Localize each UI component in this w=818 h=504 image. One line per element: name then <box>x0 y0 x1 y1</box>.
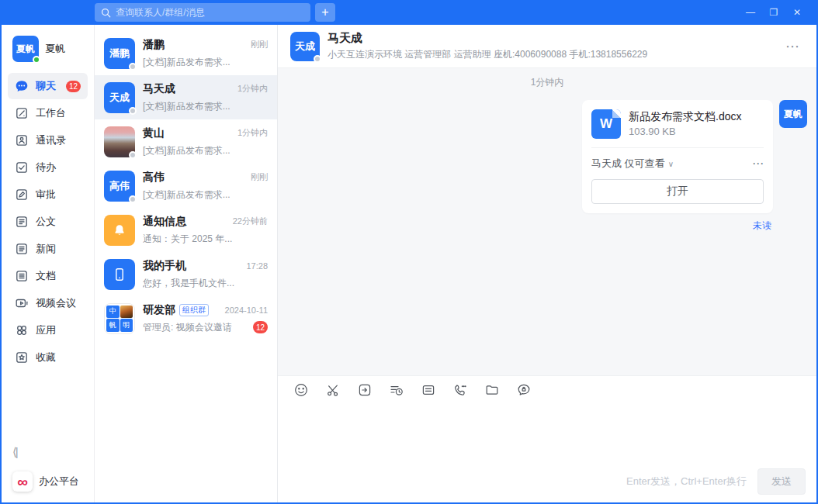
open-file-button[interactable]: 打开 <box>591 179 764 204</box>
offline-status-dot <box>314 55 321 63</box>
file-size: 103.90 KB <box>629 126 741 137</box>
composer: Enter发送，Ctrl+Enter换行 发送 <box>278 375 816 502</box>
more-options-icon[interactable]: ⋯ <box>781 38 804 55</box>
titlebar: + — ❐ ✕ <box>2 0 816 25</box>
offline-status-dot <box>129 63 137 71</box>
platform-logo-icon: ∞ <box>12 471 33 492</box>
sender-avatar[interactable]: 夏帆 <box>779 100 807 128</box>
chat-icon <box>15 79 29 93</box>
send-button[interactable]: 发送 <box>757 468 806 495</box>
sidebar-item-docs[interactable]: 文档 <box>8 263 88 289</box>
phone-icon <box>104 259 135 290</box>
sidebar-item-official-doc[interactable]: 公文 <box>8 209 88 235</box>
close-icon[interactable]: ✕ <box>785 0 809 25</box>
org-group-tag: 组织群 <box>179 304 209 316</box>
news-icon <box>15 242 29 256</box>
sidebar-item-favorites[interactable]: 收藏 <box>8 344 88 371</box>
message-row: W 新品发布需求文档.docx 103.90 KB 马天成 仅可查看 <box>278 100 816 233</box>
chat-history-icon[interactable] <box>389 382 404 398</box>
send-file-icon[interactable] <box>357 382 373 398</box>
current-user[interactable]: 夏帆 夏帆 <box>2 36 94 62</box>
conversation-list: 潘鹏 潘鹏 刚刚 [文档]新品发布需求... 天成 马天成 1分钟内 <box>95 25 278 502</box>
read-status[interactable]: 未读 <box>753 219 773 233</box>
sidebar-item-contacts[interactable]: 通讯录 <box>8 127 88 154</box>
online-status-dot <box>33 56 40 64</box>
sidebar-item-apps[interactable]: 应用 <box>8 317 88 343</box>
composer-toolbar <box>278 376 816 404</box>
emoji-icon[interactable] <box>293 382 309 398</box>
search-icon <box>101 8 111 18</box>
word-file-icon: W <box>591 109 621 139</box>
favorites-icon <box>15 350 29 364</box>
chevron-down-icon[interactable]: ∨ <box>668 160 674 168</box>
app-window: + — ❐ ✕ 夏帆 夏帆 聊天 <box>0 0 818 504</box>
message-area: 1分钟内 W 新品发布需求文档.docx 103.90 <box>278 68 816 375</box>
notification-bell-icon <box>104 215 135 246</box>
sidebar: 夏帆 夏帆 聊天 12 工作台 <box>2 25 95 502</box>
sidebar-item-todo[interactable]: 待办 <box>8 154 88 181</box>
message-card-icon[interactable] <box>421 382 436 398</box>
file-message-card[interactable]: W 新品发布需求文档.docx 103.90 KB 马天成 仅可查看 <box>582 100 773 213</box>
apps-icon <box>15 323 29 337</box>
add-button[interactable]: + <box>315 3 335 22</box>
avatar: 天成 <box>104 82 135 113</box>
avatar: 潘鹏 <box>104 38 135 69</box>
peer-avatar[interactable]: 天成 <box>290 32 320 61</box>
send-shortcut-hint: Enter发送，Ctrl+Enter换行 <box>626 475 747 488</box>
voice-call-icon[interactable] <box>452 382 468 398</box>
screenshot-icon[interactable] <box>325 382 341 398</box>
maximize-icon[interactable]: ❐ <box>762 0 785 25</box>
photo-avatar <box>104 126 135 157</box>
message-input[interactable] <box>278 404 816 468</box>
sidebar-footer: ⟨| ∞ 办公平台 <box>2 439 94 502</box>
sidebar-menu: 聊天 12 工作台 通讯录 <box>2 73 94 439</box>
conversation-item-notifications[interactable]: 通知信息 22分钟前 通知：关于 2025 年... <box>95 208 277 252</box>
file-name: 新品发布需求文档.docx <box>629 109 741 123</box>
sidebar-item-approval[interactable]: 审批 <box>8 181 88 208</box>
approval-icon <box>15 188 29 202</box>
folder-icon[interactable] <box>484 382 500 398</box>
avatar: 高伟 <box>104 171 135 202</box>
conversation-item-gaowei[interactable]: 高伟 高伟 刚刚 [文档]新品发布需求... <box>95 164 277 208</box>
group-member-photo <box>120 306 133 319</box>
user-avatar[interactable]: 夏帆 <box>12 36 39 62</box>
conversation-item-huangshan[interactable]: 黄山 1分钟内 [文档]新品发布需求... <box>95 119 277 164</box>
sidebar-item-workbench[interactable]: 工作台 <box>8 100 88 126</box>
chat-unread-badge: 12 <box>66 81 81 92</box>
group-avatar: 中 帆 明 <box>104 303 135 334</box>
search-input[interactable] <box>116 7 304 18</box>
office-platform-entry[interactable]: ∞ 办公平台 <box>12 471 83 492</box>
conversation-item-matiancheng[interactable]: 天成 马天成 1分钟内 [文档]新品发布需求... <box>95 75 277 119</box>
todo-icon <box>15 161 29 174</box>
peer-name: 马天成 <box>328 31 647 46</box>
unread-count-badge: 12 <box>253 321 268 333</box>
offline-status-dot <box>129 195 137 203</box>
conversation-item-rnd-group[interactable]: 中 帆 明 研发部 组织群 2024-10-11 管理员: 视频会议邀请 12 <box>95 296 277 340</box>
user-name: 夏帆 <box>45 42 65 56</box>
minimize-icon[interactable]: — <box>739 0 762 25</box>
contacts-icon <box>15 133 29 147</box>
offline-status-dot <box>129 151 137 159</box>
chat-header: 天成 马天成 小天互连演示环境 运营管理部 运营助理 座机:4006090088… <box>278 25 816 68</box>
file-permission-label: 马天成 仅可查看 <box>591 157 665 171</box>
conversation-item-my-phone[interactable]: 我的手机 17:28 您好，我是手机文件... <box>95 252 277 296</box>
sidebar-item-chat[interactable]: 聊天 12 <box>8 73 88 99</box>
docs-icon <box>15 269 29 283</box>
encrypted-chat-icon[interactable] <box>516 382 532 398</box>
official-doc-icon <box>15 215 29 229</box>
chat-panel: 天成 马天成 小天互连演示环境 运营管理部 运营助理 座机:4006090088… <box>278 25 816 502</box>
offline-status-dot <box>129 107 137 115</box>
time-divider: 1分钟内 <box>278 76 816 89</box>
sidebar-item-video-meeting[interactable]: 视频会议 <box>8 290 88 316</box>
file-more-icon[interactable]: ⋯ <box>752 157 764 171</box>
conversation-item-panpeng[interactable]: 潘鹏 潘鹏 刚刚 [文档]新品发布需求... <box>95 31 277 75</box>
video-meeting-icon <box>15 296 29 310</box>
sidebar-item-news[interactable]: 新闻 <box>8 236 88 262</box>
peer-details: 小天互连演示环境 运营管理部 运营助理 座机:4006090088 手机:138… <box>328 48 647 61</box>
collapse-sidebar-icon[interactable]: ⟨| <box>12 445 28 459</box>
workbench-icon <box>15 106 29 120</box>
global-search[interactable] <box>95 3 310 22</box>
window-controls: — ❐ ✕ <box>739 0 816 25</box>
